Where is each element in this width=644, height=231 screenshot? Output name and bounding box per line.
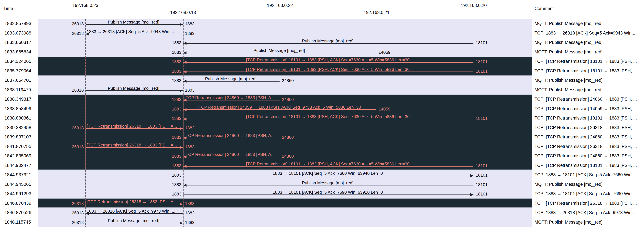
port-label: 1883 bbox=[155, 97, 182, 102]
port-label: 26318 bbox=[58, 87, 84, 93]
arrow-label: [TCP Retransmission] 26318 → 1883 [PSH, … bbox=[85, 142, 183, 147]
port-label: 26318 bbox=[58, 210, 84, 215]
lifeline-192.168.0.22 bbox=[280, 199, 280, 207]
port-label: 1883 bbox=[155, 106, 182, 111]
node-header-192.168.0.13: 192.168.0.13 bbox=[170, 10, 196, 15]
comment-text: MQTT: Publish Message [moj_red] bbox=[534, 21, 602, 26]
timestamp: 1844.945065 bbox=[4, 182, 31, 187]
port-label: 1883 bbox=[155, 191, 182, 197]
timestamp: 1844.937321 bbox=[4, 172, 31, 177]
port-label: 18101 bbox=[476, 191, 488, 197]
port-label: 1883 bbox=[155, 50, 182, 55]
arrow-label: 1883 → 18101 [ACK] Seq=5 Ack=7690 Win=63… bbox=[183, 190, 472, 195]
port-label: 18101 bbox=[476, 40, 488, 45]
port-label: 1883 bbox=[155, 69, 182, 74]
comment-text: TCP: 1883 → 26318 [ACK] Seq=5 Ack=9943 W… bbox=[534, 31, 635, 36]
comment-text: MQTT: Publish Message [moj_red] bbox=[534, 78, 602, 83]
port-label: 1883 bbox=[155, 163, 182, 168]
port-label: 26318 bbox=[58, 125, 84, 130]
port-label: 1883 bbox=[155, 173, 182, 178]
comment-text: MQTT: Publish Message [moj_red] bbox=[534, 219, 602, 224]
port-label: 1883 bbox=[185, 21, 194, 27]
timestamp: 1848.115745 bbox=[4, 219, 31, 225]
timestamp: 1834.324065 bbox=[4, 59, 31, 64]
arrow-label: Publish Message [moj_red] bbox=[183, 39, 472, 44]
timestamp: 1837.654701 bbox=[4, 78, 31, 83]
arrow-label: 1883 → 26318 [ACK] Seq=5 Ack=9943 Win=..… bbox=[85, 29, 183, 34]
timestamp: 1842.835069 bbox=[4, 153, 31, 158]
port-label: 1883 bbox=[155, 59, 182, 64]
timestamp: 1844.991293 bbox=[4, 191, 31, 196]
flow-graph: Time Comment 192.168.0.23192.168.0.13192… bbox=[0, 0, 644, 231]
port-label: 1883 bbox=[155, 40, 182, 45]
timestamp: 1833.660317 bbox=[4, 40, 31, 45]
timestamp: 1835.779064 bbox=[4, 68, 31, 74]
comment-text: MQTT: Publish Message [moj_red] bbox=[534, 40, 602, 45]
comment-text: TCP: [TCP Retransmission] 26318 → 1883 [… bbox=[534, 200, 637, 206]
port-label: 1883 bbox=[185, 125, 194, 130]
port-label: 1883 bbox=[155, 78, 182, 83]
port-label: 1883 bbox=[155, 116, 182, 121]
port-label: 18101 bbox=[476, 173, 488, 178]
port-label: 26318 bbox=[58, 21, 84, 27]
node-header-192.168.0.23: 192.168.0.23 bbox=[72, 3, 98, 8]
arrow-label: Publish Message [moj_red] bbox=[183, 76, 278, 81]
port-label: 1883 bbox=[185, 220, 194, 225]
port-label: 24860 bbox=[282, 154, 294, 159]
arrow-label: [TCP Retransmission] 18101 → 1883 [PSH, … bbox=[183, 114, 472, 119]
arrow-label: Publish Message [moj_red] bbox=[85, 86, 182, 91]
port-label: 18101 bbox=[476, 59, 488, 64]
port-label: 1883 bbox=[185, 210, 194, 215]
comment-text: TCP: [TCP Retransmission] 18101 → 1883 [… bbox=[534, 163, 637, 168]
arrow-label: [TCP Retransmission] 24860 → 1883 [PSH, … bbox=[183, 95, 280, 100]
port-label: 1883 bbox=[185, 144, 194, 149]
arrow-label: [TCP Retransmission] 18101 → 1883 [PSH, … bbox=[183, 67, 472, 72]
arrow-label: Publish Message [moj_red] bbox=[183, 180, 472, 185]
comment-text: TCP: 1883 → 26318 [ACK] Seq=5 Ack=9973 W… bbox=[534, 210, 635, 215]
lifeline-192.168.0.23 bbox=[85, 95, 86, 169]
port-label: 14059 bbox=[378, 106, 390, 111]
node-header-192.168.0.20: 192.168.0.20 bbox=[461, 3, 487, 8]
comment-text: TCP: [TCP Retransmission] 18101 → 1883 [… bbox=[534, 68, 637, 73]
comment-text: TCP: 1883 → 18101 [ACK] Seq=5 Ack=7660 W… bbox=[534, 172, 635, 177]
port-label: 1883 bbox=[155, 135, 182, 140]
timestamp: 1846.870439 bbox=[4, 200, 31, 206]
timestamp: 1846.870526 bbox=[4, 210, 31, 215]
lifeline-192.168.0.23 bbox=[85, 57, 86, 75]
comment-text: MQTT: Publish Message [moj_red] bbox=[534, 182, 602, 187]
port-label: 1883 bbox=[185, 87, 194, 93]
timestamp: 1838.119479 bbox=[4, 87, 31, 92]
comment-column-header: Comment bbox=[534, 6, 554, 11]
port-label: 18101 bbox=[476, 116, 488, 121]
comment-text: TCP: [TCP Retransmission] 26318 → 1883 [… bbox=[534, 125, 637, 130]
port-label: 24860 bbox=[282, 97, 294, 102]
port-label: 26318 bbox=[58, 220, 84, 225]
comment-text: TCP: 1883 → 18101 [ACK] Seq=5 Ack=7690 W… bbox=[534, 191, 635, 196]
port-label: 26318 bbox=[58, 201, 84, 206]
arrow-label: [TCP Retransmission] 26318 → 1883 [PSH, … bbox=[85, 123, 183, 129]
arrow-label: [TCP Retransmission] 18101 → 1883 [PSH, … bbox=[183, 161, 472, 166]
node-header-192.168.0.21: 192.168.0.21 bbox=[364, 10, 390, 15]
comment-text: MQTT: Publish Message [moj_red] bbox=[534, 49, 602, 54]
port-label: 24860 bbox=[282, 78, 294, 83]
arrow-label: 1883 → 26318 [ACK] Seq=5 Ack=9973 Win=..… bbox=[85, 209, 183, 214]
port-label: 24860 bbox=[282, 135, 294, 140]
timestamp: 1832.857893 bbox=[4, 21, 31, 26]
arrow-label: Publish Message [moj_red] bbox=[183, 48, 375, 53]
port-label: 26318 bbox=[58, 31, 84, 36]
time-column-header: Time bbox=[4, 6, 13, 11]
arrow-label: [TCP Retransmission] 24860 → 1883 [PSH, … bbox=[183, 133, 280, 138]
timestamp: 1844.902477 bbox=[4, 163, 31, 168]
port-label: 18101 bbox=[476, 182, 488, 187]
lifeline-192.168.0.21 bbox=[376, 199, 377, 207]
arrow-label: 1883 → 18101 [ACK] Seq=5 Ack=7660 Win=63… bbox=[183, 171, 472, 176]
timestamp: 1839.382458 bbox=[4, 125, 31, 130]
timestamp: 1839.837103 bbox=[4, 134, 31, 140]
comment-text: MQTT: Publish Message [moj_red] bbox=[534, 87, 602, 92]
arrow-label: [TCP Retransmission] 26318 → 1883 [PSH, … bbox=[85, 199, 183, 204]
comment-text: TCP: [TCP Retransmission] 18101 → 1883 [… bbox=[534, 59, 637, 64]
arrow-label: Publish Message [moj_red] bbox=[85, 218, 182, 223]
lifeline-192.168.0.20 bbox=[474, 57, 474, 75]
node-header-192.168.0.22: 192.168.0.22 bbox=[267, 3, 293, 8]
lifeline-192.168.0.20 bbox=[474, 199, 474, 207]
